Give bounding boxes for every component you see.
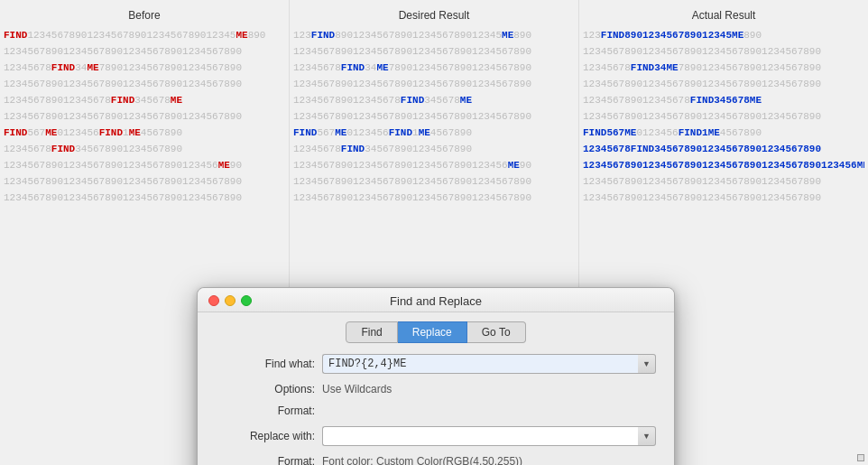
minimize-button[interactable] <box>225 295 235 306</box>
options-value: Use Wildcards <box>322 383 656 395</box>
text-line: 123456789012345678FIND345678ME <box>583 92 864 108</box>
form-area: Find what: ▼ Options: Use Wildcards Form… <box>198 350 674 465</box>
text-line: 12345678FIND345678901234567890 <box>293 141 575 157</box>
replace-with-input[interactable] <box>322 426 638 446</box>
text-line: 123FIND8901234567890123456789012345ME890 <box>293 27 575 43</box>
text-line: FIND567ME0123456FIND1ME4567890 <box>583 125 864 141</box>
text-line: 1234567890123456789012345678901234567890… <box>583 157 864 173</box>
tab-replace[interactable]: Replace <box>398 321 467 343</box>
text-line: 1234567890123456789012345678901234567890 <box>583 173 864 190</box>
text-line: 123456789012345678FIND345678ME <box>4 92 285 108</box>
find-dropdown-arrow[interactable]: ▼ <box>638 354 656 374</box>
text-line: 123456789012345678FIND345678ME <box>293 92 575 108</box>
text-line: 123456789012345678901234567890123456ME90 <box>4 157 285 173</box>
text-line: 1234567890123456789012345678901234567890 <box>293 76 575 92</box>
text-line: 12345678FIND34ME789012345678901234567890 <box>583 60 864 76</box>
find-what-label: Find what: <box>216 358 315 370</box>
replace-with-row: Replace with: ▼ <box>216 426 656 446</box>
before-header: Before <box>4 7 285 23</box>
text-line: 12345678FIND34ME789012345678901234567890 <box>293 60 575 76</box>
text-line: 12345678FIND3456789012345678901234567890 <box>583 141 864 157</box>
text-line: 1234567890123456789012345678901234567890 <box>293 190 575 206</box>
actual-header: Actual Result <box>583 7 864 23</box>
text-line: 1234567890123456789012345678901234567890 <box>293 108 575 125</box>
text-line: 1234567890123456789012345678901234567890 <box>4 43 285 60</box>
tab-goto[interactable]: Go To <box>467 321 526 343</box>
text-line: 12345678FIND34ME789012345678901234567890 <box>4 60 285 76</box>
replace-with-label: Replace with: <box>216 430 315 442</box>
text-line: 1234567890123456789012345678901234567890 <box>583 43 864 60</box>
close-button[interactable] <box>208 295 219 306</box>
format-row: Format: <box>216 405 656 417</box>
text-line: FIND567ME0123456FIND1ME4567890 <box>293 125 575 141</box>
dialog-title: Find and Replace <box>390 294 482 308</box>
desired-header: Desired Result <box>293 7 575 23</box>
text-line: 1234567890123456789012345678901234567890 <box>583 190 864 206</box>
replace-format-row: Format: Font color: Custom Color(RGB(4,5… <box>216 455 656 465</box>
traffic-lights <box>208 295 252 306</box>
dialog-titlebar: Find and Replace <box>198 288 674 312</box>
find-input-wrap: ▼ <box>322 354 656 374</box>
text-line: 1234567890123456789012345678901234567890 <box>293 43 575 60</box>
text-line: 1234567890123456789012345678901234567890 <box>4 173 285 190</box>
text-line: 1234567890123456789012345678901234567890 <box>583 108 864 125</box>
maximize-button[interactable] <box>241 295 252 306</box>
text-line: 1234567890123456789012345678901234567890 <box>583 76 864 92</box>
replace-input-wrap: ▼ <box>322 426 656 446</box>
replace-dropdown-arrow[interactable]: ▼ <box>638 426 656 446</box>
text-line: 123FIND890123456789012345ME890 <box>583 27 864 43</box>
tab-find[interactable]: Find <box>346 321 397 343</box>
tab-bar: Find Replace Go To <box>198 312 674 350</box>
find-what-row: Find what: ▼ <box>216 354 656 374</box>
resize-handle[interactable] <box>857 454 864 461</box>
text-line: 1234567890123456789012345678901234567890 <box>4 108 285 125</box>
text-line: 1234567890123456789012345678901234567890 <box>4 76 285 92</box>
text-line: 123456789012345678901234567890123456ME90 <box>293 157 575 173</box>
format-label: Format: <box>216 405 315 417</box>
find-replace-dialog: Find and Replace Find Replace Go To Find… <box>197 287 675 465</box>
text-line: FIND567ME0123456FIND1ME4567890 <box>4 125 285 141</box>
find-what-input[interactable] <box>322 354 638 374</box>
options-row: Options: Use Wildcards <box>216 383 656 395</box>
text-line: 12345678FIND345678901234567890 <box>4 141 285 157</box>
text-line: 1234567890123456789012345678901234567890 <box>293 173 575 190</box>
options-label: Options: <box>216 383 315 395</box>
text-line: FIND12345678901234567890123456789012345M… <box>4 27 285 43</box>
replace-format-label: Format: <box>216 455 315 465</box>
text-line: 1234567890123456789012345678901234567890 <box>4 190 285 206</box>
replace-format-value: Font color: Custom Color(RGB(4,50,255)) <box>322 455 656 465</box>
